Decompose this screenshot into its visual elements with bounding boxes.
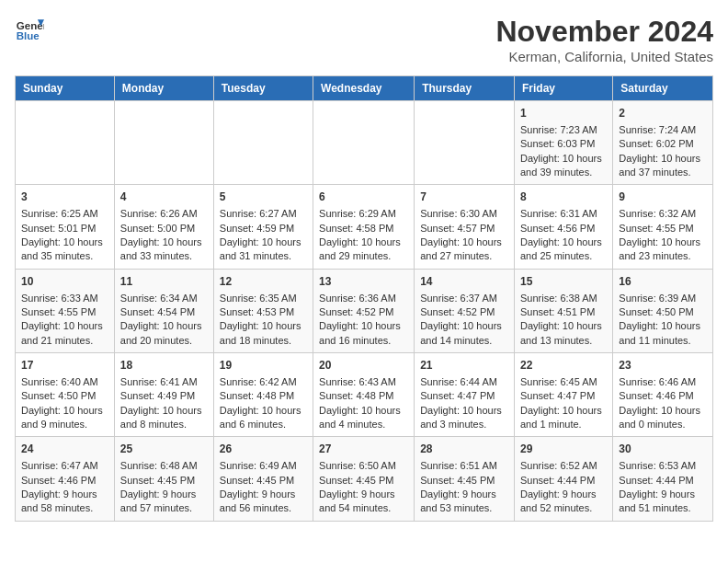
day-number: 2 (619, 106, 707, 121)
day-info: Sunrise: 7:23 AM (520, 123, 607, 137)
calendar-cell (16, 101, 115, 185)
calendar-cell: 20Sunrise: 6:43 AMSunset: 4:48 PMDayligh… (313, 353, 415, 437)
day-info: Sunrise: 6:29 AM (319, 207, 408, 221)
calendar-cell: 4Sunrise: 6:26 AMSunset: 5:00 PMDaylight… (114, 185, 213, 269)
day-info: Daylight: 9 hours and 53 minutes. (420, 488, 508, 516)
day-info: Sunset: 4:48 PM (220, 389, 307, 403)
day-info: Daylight: 10 hours and 16 minutes. (319, 319, 408, 348)
calendar-cell: 14Sunrise: 6:37 AMSunset: 4:52 PMDayligh… (415, 269, 515, 352)
calendar-cell: 18Sunrise: 6:41 AMSunset: 4:49 PMDayligh… (114, 353, 213, 437)
day-info: Sunrise: 6:48 AM (120, 459, 208, 473)
day-info: Daylight: 9 hours and 56 minutes. (220, 488, 307, 516)
calendar-cell: 30Sunrise: 6:53 AMSunset: 4:44 PMDayligh… (613, 437, 713, 521)
day-info: Sunrise: 6:50 AM (319, 459, 408, 473)
day-number: 5 (220, 190, 307, 205)
day-info: Sunset: 4:54 PM (120, 305, 208, 319)
day-info: Sunset: 4:53 PM (220, 305, 307, 319)
day-info: Daylight: 10 hours and 18 minutes. (220, 319, 307, 348)
calendar-cell: 17Sunrise: 6:40 AMSunset: 4:50 PMDayligh… (16, 353, 115, 437)
day-info: Sunrise: 6:32 AM (619, 207, 707, 221)
day-number: 24 (21, 442, 108, 457)
day-number: 15 (520, 274, 607, 290)
day-info: Daylight: 10 hours and 25 minutes. (520, 236, 607, 264)
day-number: 27 (319, 442, 408, 457)
day-info: Sunset: 4:51 PM (520, 305, 607, 319)
calendar-cell (114, 101, 213, 185)
day-info: Sunrise: 6:30 AM (420, 207, 508, 221)
day-info: Sunset: 6:02 PM (619, 137, 707, 151)
day-info: Sunrise: 6:45 AM (520, 375, 607, 389)
week-row-4: 17Sunrise: 6:40 AMSunset: 4:50 PMDayligh… (16, 353, 713, 437)
calendar-cell: 9Sunrise: 6:32 AMSunset: 4:55 PMDaylight… (613, 185, 713, 269)
calendar-cell: 8Sunrise: 6:31 AMSunset: 4:56 PMDaylight… (515, 185, 613, 269)
day-info: Sunset: 4:58 PM (319, 222, 408, 236)
day-info: Sunrise: 6:26 AM (120, 207, 208, 221)
col-header-monday: Monday (114, 76, 213, 101)
day-number: 17 (21, 358, 108, 373)
day-number: 21 (420, 358, 508, 373)
day-info: Daylight: 10 hours and 6 minutes. (220, 404, 307, 432)
day-info: Sunset: 4:52 PM (420, 305, 508, 319)
subtitle: Kerman, California, United States (495, 49, 713, 64)
day-info: Sunset: 4:56 PM (520, 222, 607, 236)
calendar-header-row: SundayMondayTuesdayWednesdayThursdayFrid… (16, 76, 713, 101)
week-row-5: 24Sunrise: 6:47 AMSunset: 4:46 PMDayligh… (16, 437, 713, 521)
day-info: Sunrise: 6:41 AM (120, 375, 208, 389)
day-info: Sunset: 4:45 PM (420, 474, 508, 488)
day-info: Sunrise: 6:44 AM (420, 375, 508, 389)
day-info: Daylight: 9 hours and 51 minutes. (619, 488, 707, 516)
calendar-cell: 22Sunrise: 6:45 AMSunset: 4:47 PMDayligh… (515, 353, 613, 437)
calendar-cell: 13Sunrise: 6:36 AMSunset: 4:52 PMDayligh… (313, 269, 415, 352)
day-info: Sunrise: 6:39 AM (619, 292, 707, 305)
day-info: Daylight: 10 hours and 20 minutes. (120, 319, 208, 348)
calendar-cell: 6Sunrise: 6:29 AMSunset: 4:58 PMDaylight… (313, 185, 415, 269)
day-info: Sunset: 4:46 PM (21, 474, 108, 488)
day-info: Sunrise: 6:36 AM (319, 292, 408, 305)
day-info: Sunset: 4:52 PM (319, 305, 408, 319)
col-header-tuesday: Tuesday (213, 76, 313, 101)
calendar-cell (213, 101, 313, 185)
day-info: Sunrise: 6:34 AM (120, 292, 208, 305)
day-info: Sunset: 4:59 PM (220, 222, 307, 236)
day-number: 12 (220, 274, 307, 290)
day-number: 11 (120, 274, 208, 290)
day-number: 28 (420, 442, 508, 457)
day-info: Daylight: 10 hours and 23 minutes. (619, 236, 707, 264)
day-info: Daylight: 10 hours and 29 minutes. (319, 236, 408, 264)
day-number: 23 (619, 358, 707, 373)
calendar-cell (313, 101, 415, 185)
header: General Blue November 2024 Kerman, Calif… (15, 15, 713, 64)
title-block: November 2024 Kerman, California, United… (495, 15, 713, 64)
day-info: Sunrise: 6:43 AM (319, 375, 408, 389)
calendar-cell: 16Sunrise: 6:39 AMSunset: 4:50 PMDayligh… (613, 269, 713, 352)
day-info: Sunset: 4:48 PM (319, 389, 408, 403)
col-header-sunday: Sunday (16, 76, 115, 101)
day-info: Sunrise: 6:46 AM (619, 375, 707, 389)
day-info: Sunrise: 7:24 AM (619, 123, 707, 137)
day-number: 8 (520, 190, 607, 205)
calendar-table: SundayMondayTuesdayWednesdayThursdayFrid… (15, 75, 713, 522)
calendar-cell: 27Sunrise: 6:50 AMSunset: 4:45 PMDayligh… (313, 437, 415, 521)
day-info: Sunrise: 6:47 AM (21, 459, 108, 473)
day-info: Sunrise: 6:37 AM (420, 292, 508, 305)
day-info: Sunrise: 6:27 AM (220, 207, 307, 221)
calendar-cell: 25Sunrise: 6:48 AMSunset: 4:45 PMDayligh… (114, 437, 213, 521)
calendar-body: 1Sunrise: 7:23 AMSunset: 6:03 PMDaylight… (16, 101, 713, 522)
day-info: Sunset: 4:45 PM (220, 474, 307, 488)
col-header-wednesday: Wednesday (313, 76, 415, 101)
day-info: Daylight: 10 hours and 3 minutes. (420, 404, 508, 432)
col-header-friday: Friday (515, 76, 613, 101)
calendar-cell: 24Sunrise: 6:47 AMSunset: 4:46 PMDayligh… (16, 437, 115, 521)
day-number: 13 (319, 274, 408, 290)
day-info: Daylight: 10 hours and 11 minutes. (619, 319, 707, 348)
calendar-cell: 5Sunrise: 6:27 AMSunset: 4:59 PMDaylight… (213, 185, 313, 269)
day-number: 9 (619, 190, 707, 205)
calendar-cell: 3Sunrise: 6:25 AMSunset: 5:01 PMDaylight… (16, 185, 115, 269)
calendar-cell: 28Sunrise: 6:51 AMSunset: 4:45 PMDayligh… (415, 437, 515, 521)
main-title: November 2024 (495, 15, 713, 49)
day-number: 30 (619, 442, 707, 457)
day-info: Sunrise: 6:51 AM (420, 459, 508, 473)
day-number: 19 (220, 358, 307, 373)
calendar-cell: 26Sunrise: 6:49 AMSunset: 4:45 PMDayligh… (213, 437, 313, 521)
day-number: 4 (120, 190, 208, 205)
